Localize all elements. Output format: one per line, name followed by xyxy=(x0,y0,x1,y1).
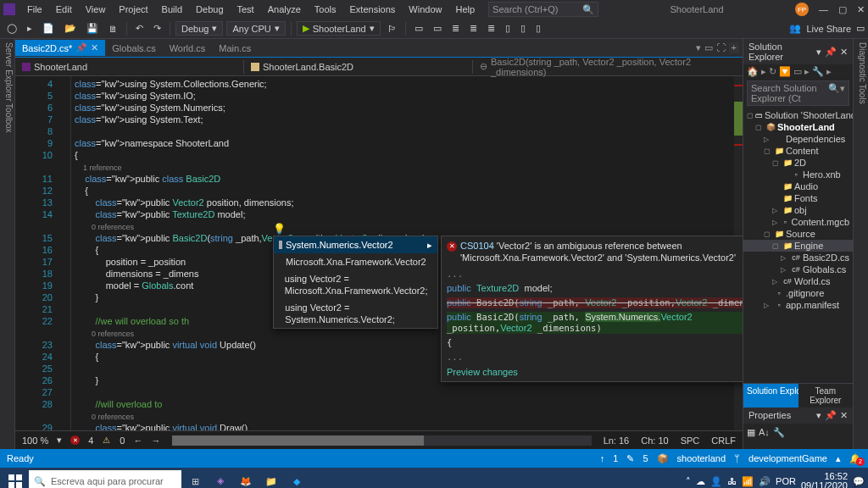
taskbar-app-vs[interactable]: ◈ xyxy=(209,469,232,488)
prop-dropdown-icon[interactable]: ▾ xyxy=(816,410,821,421)
se-filter-icon[interactable]: 🔽 xyxy=(779,66,791,77)
tray-clock[interactable]: 16:52 09/11/2020 xyxy=(801,472,848,488)
quick-launch-search[interactable]: Search (Ctrl+Q) 🔍 xyxy=(488,2,598,17)
se-close-icon[interactable]: ✕ xyxy=(840,47,848,58)
nav-type-dropdown[interactable]: ShooterLand.Basic2D xyxy=(244,60,473,74)
menu-file[interactable]: File xyxy=(20,3,49,16)
tray-network-icon[interactable]: 🖧 xyxy=(727,476,737,486)
taskbar-app-vscode[interactable]: ◆ xyxy=(285,469,309,488)
tb-icon-1[interactable]: 🏳 xyxy=(384,22,400,36)
preview-changes-link[interactable]: Preview changes xyxy=(447,366,743,378)
repo-icon[interactable]: 📦 xyxy=(657,453,669,464)
se-node-content[interactable]: ▢📁Content xyxy=(743,145,853,157)
pin-icon[interactable]: 📌 xyxy=(75,42,87,53)
feedback-icon[interactable]: ▭ xyxy=(856,23,865,34)
save-icon[interactable]: 💾 xyxy=(83,21,102,36)
se-node-app-manifest[interactable]: ▷▫app.manifest xyxy=(743,299,853,311)
new-file-icon[interactable]: 📄 xyxy=(39,21,58,36)
windows-search[interactable]: 🔍Escreva aqui para procurar xyxy=(29,470,181,488)
intellisense-item[interactable]: using Vector2 = System.Numerics.Vector2; xyxy=(274,299,437,328)
menu-project[interactable]: Project xyxy=(112,3,154,16)
menu-view[interactable]: View xyxy=(79,3,113,16)
close-tab-icon[interactable]: ✕ xyxy=(91,42,98,53)
menu-extensions[interactable]: Extensions xyxy=(343,3,403,16)
tab-world-cs[interactable]: World.cs xyxy=(163,41,213,56)
solution-explorer-search[interactable]: Search Solution Explorer (Ct🔍▾ xyxy=(747,80,849,106)
tray-overflow-icon[interactable]: ˄ xyxy=(686,476,691,487)
tab-main-cs[interactable]: Main.cs xyxy=(212,41,258,56)
branch-icon[interactable]: ᛘ xyxy=(734,453,740,463)
se-node-obj[interactable]: ▷📁obj xyxy=(743,204,853,216)
window-split-icon[interactable]: ▭ xyxy=(704,42,713,53)
se-node-fonts[interactable]: 📁Fonts xyxy=(743,192,853,204)
tb-icon-9[interactable]: ▯ xyxy=(532,21,544,36)
menu-analyze[interactable]: Analyze xyxy=(261,3,308,16)
menu-debug[interactable]: Debug xyxy=(189,3,230,16)
prop-close-icon[interactable]: ✕ xyxy=(840,410,848,421)
prop-categorized-icon[interactable]: ▦ xyxy=(747,427,755,446)
tb-icon-7[interactable]: ▯ xyxy=(502,21,514,36)
prop-alpha-icon[interactable]: A↓ xyxy=(759,427,770,446)
se-node-hero-xnb[interactable]: ▫Hero.xnb xyxy=(743,169,853,180)
maximize-button[interactable]: ▢ xyxy=(838,4,847,15)
branch-name[interactable]: developmentGame xyxy=(748,453,827,463)
solution-root[interactable]: ▢🗃Solution 'ShooterLand' (1 xyxy=(743,109,853,121)
notification-badge[interactable]: 🔔2 xyxy=(849,453,861,464)
configuration-dropdown[interactable]: Debug▾ xyxy=(175,21,223,36)
code-editor[interactable]: 4567891011121314151617181920212223242526… xyxy=(15,76,743,430)
menu-tools[interactable]: Tools xyxy=(308,3,343,16)
error-count-icon[interactable]: ✕ xyxy=(70,435,80,445)
nav-fwd-icon[interactable]: ▸ xyxy=(24,21,36,36)
tb-icon-5[interactable]: ≣ xyxy=(466,21,481,36)
se-node-source[interactable]: ▢📁Source xyxy=(743,228,853,240)
unpushed-commits-icon[interactable]: ✎ xyxy=(626,453,634,464)
se-node-content-mgcb[interactable]: ▷▫Content.mgcb xyxy=(743,216,853,228)
tb-icon-8[interactable]: ▯ xyxy=(517,21,529,36)
tab-team-explorer[interactable]: Team Explorer xyxy=(798,384,854,408)
code-content[interactable]: 💡 System.Numerics.Vector2▸Microsoft.Xna.… xyxy=(71,76,734,430)
nav-member-dropdown[interactable]: ⊖Basic2D(string _path, Vector2 _position… xyxy=(473,55,743,79)
nav-back-icon[interactable]: ◯ xyxy=(3,21,20,36)
task-view-icon[interactable]: ⊞ xyxy=(183,469,207,488)
se-pin-icon[interactable]: 📌 xyxy=(825,47,837,58)
solution-explorer-header[interactable]: Solution Explorer ▾📌✕ xyxy=(743,39,853,64)
tab-solution-explorer[interactable]: Solution Explor... xyxy=(743,384,798,408)
nav-fwd-status[interactable]: → xyxy=(151,435,160,446)
column-indicator[interactable]: Ch: 10 xyxy=(641,435,668,446)
se-dropdown-icon[interactable]: ▾ xyxy=(816,47,821,58)
tray-language[interactable]: POR xyxy=(776,476,796,486)
tray-volume-icon[interactable]: 🔊 xyxy=(759,476,771,487)
se-wrench-icon[interactable]: 🔧 xyxy=(812,66,824,77)
prop-wrench-icon[interactable]: 🔧 xyxy=(773,427,785,446)
repo-name[interactable]: shooterland xyxy=(677,453,726,463)
prop-pin-icon[interactable]: 📌 xyxy=(825,410,837,421)
save-all-icon[interactable]: 🗎 xyxy=(105,22,121,36)
tray-notifications-icon[interactable]: 💬 xyxy=(853,476,865,487)
warning-count-icon[interactable]: ⚠ xyxy=(102,435,111,445)
open-file-icon[interactable]: 📂 xyxy=(61,21,80,36)
add-tab-icon[interactable]: + xyxy=(729,42,739,53)
lightbulb-icon[interactable]: 💡 xyxy=(273,223,286,235)
fullscreen-icon[interactable]: ⛶ xyxy=(716,42,726,53)
tab-basic2d[interactable]: Basic2D.cs*📌✕ xyxy=(15,40,105,56)
tb-icon-4[interactable]: ≣ xyxy=(448,21,463,36)
se-home-icon[interactable]: 🏠 xyxy=(747,66,759,77)
se-node-globals-cs[interactable]: ▷c#Globals.cs xyxy=(743,263,853,275)
undo-icon[interactable]: ↶ xyxy=(132,21,147,36)
tab-overflow-icon[interactable]: ▾ xyxy=(696,42,701,53)
se-node-engine[interactable]: ▢📁Engine xyxy=(743,240,853,252)
menu-build[interactable]: Build xyxy=(155,3,189,16)
tb-icon-3[interactable]: ▭ xyxy=(430,21,445,36)
line-indicator[interactable]: Ln: 16 xyxy=(604,435,630,446)
se-node-dependencies[interactable]: ▷Dependencies xyxy=(743,133,853,145)
se-node-audio[interactable]: 📁Audio xyxy=(743,180,853,192)
minimize-button[interactable]: — xyxy=(819,4,828,14)
user-avatar[interactable]: FP xyxy=(795,3,809,16)
horizontal-scrollbar[interactable] xyxy=(172,435,591,446)
se-sync-icon[interactable]: ↻ xyxy=(769,66,776,77)
tb-icon-2[interactable]: ▭ xyxy=(411,21,426,36)
live-share-icon[interactable]: 👥 xyxy=(789,23,801,34)
intellisense-item[interactable]: System.Numerics.Vector2▸ xyxy=(274,236,437,253)
tray-onedrive-icon[interactable]: ☁ xyxy=(696,476,705,487)
se-node-2d[interactable]: ▢📁2D xyxy=(743,157,853,169)
